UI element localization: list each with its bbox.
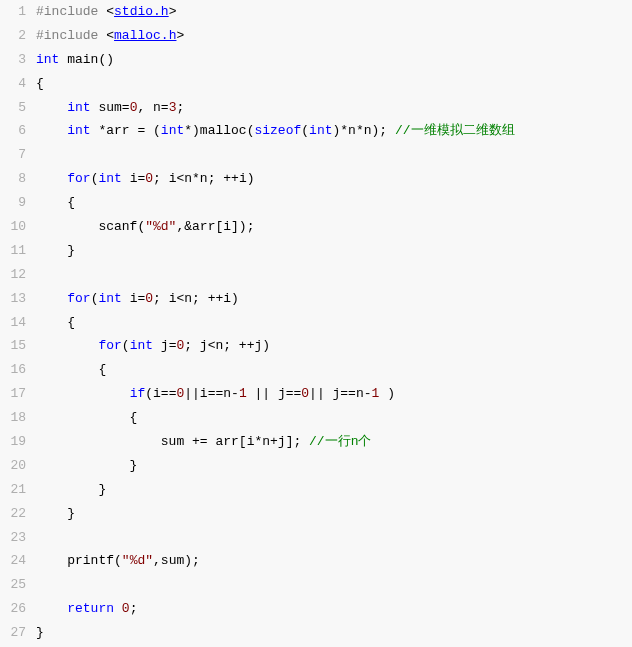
code-token: )*n*n); bbox=[333, 123, 395, 138]
line-number: 19 bbox=[0, 430, 26, 454]
code-line: scanf("%d",&arr[i]); bbox=[36, 215, 632, 239]
line-number: 18 bbox=[0, 406, 26, 430]
line-number: 20 bbox=[0, 454, 26, 478]
code-token: 1 bbox=[239, 386, 247, 401]
code-token: sum= bbox=[91, 100, 130, 115]
code-token: 0 bbox=[145, 291, 153, 306]
code-token bbox=[114, 601, 122, 616]
code-token: int bbox=[67, 123, 90, 138]
code-token: *)malloc( bbox=[184, 123, 254, 138]
code-token: < bbox=[106, 4, 114, 19]
code-token: int bbox=[67, 100, 90, 115]
code-token: //一行n个 bbox=[309, 434, 371, 449]
line-number: 21 bbox=[0, 478, 26, 502]
code-token: //一维模拟二维数组 bbox=[395, 123, 515, 138]
code-token: { bbox=[36, 76, 44, 91]
code-token: ,&arr[i]); bbox=[176, 219, 254, 234]
code-token: for bbox=[67, 171, 90, 186]
line-number: 10 bbox=[0, 215, 26, 239]
code-token: { bbox=[36, 195, 75, 210]
line-number: 2 bbox=[0, 24, 26, 48]
code-token: (i== bbox=[145, 386, 176, 401]
code-token: ; i<n; ++i) bbox=[153, 291, 239, 306]
code-token: *arr = ( bbox=[91, 123, 161, 138]
code-token bbox=[36, 100, 67, 115]
code-line: for(int j=0; j<n; ++j) bbox=[36, 334, 632, 358]
code-line: #include <stdio.h> bbox=[36, 0, 632, 24]
code-token: int bbox=[161, 123, 184, 138]
code-token: if bbox=[130, 386, 146, 401]
code-token: } bbox=[36, 458, 137, 473]
code-token bbox=[36, 123, 67, 138]
code-token: < bbox=[106, 28, 114, 43]
line-number: 23 bbox=[0, 526, 26, 550]
line-number: 4 bbox=[0, 72, 26, 96]
code-line bbox=[36, 263, 632, 287]
code-token: int bbox=[98, 291, 121, 306]
code-token: { bbox=[36, 410, 137, 425]
line-number: 14 bbox=[0, 311, 26, 335]
line-number: 24 bbox=[0, 549, 26, 573]
code-token: int bbox=[309, 123, 332, 138]
code-line bbox=[36, 573, 632, 597]
code-token: , n= bbox=[137, 100, 168, 115]
code-token: > bbox=[176, 28, 184, 43]
line-number: 16 bbox=[0, 358, 26, 382]
code-line: { bbox=[36, 191, 632, 215]
line-number: 27 bbox=[0, 621, 26, 645]
code-line: return 0; bbox=[36, 597, 632, 621]
code-line: int sum=0, n=3; bbox=[36, 96, 632, 120]
line-number: 1 bbox=[0, 0, 26, 24]
code-line: sum += arr[i*n+j]; //一行n个 bbox=[36, 430, 632, 454]
code-token: 0 bbox=[122, 601, 130, 616]
code-line: } bbox=[36, 478, 632, 502]
code-line: for(int i=0; i<n*n; ++i) bbox=[36, 167, 632, 191]
code-token: sizeof bbox=[254, 123, 301, 138]
line-number: 17 bbox=[0, 382, 26, 406]
line-number: 13 bbox=[0, 287, 26, 311]
code-area: #include <stdio.h>#include <malloc.h>int… bbox=[32, 0, 632, 645]
line-number: 9 bbox=[0, 191, 26, 215]
code-token: } bbox=[36, 625, 44, 640]
code-token: ; bbox=[176, 100, 184, 115]
line-number: 15 bbox=[0, 334, 26, 358]
code-token: i= bbox=[122, 171, 145, 186]
code-token: > bbox=[169, 4, 177, 19]
code-token: int bbox=[98, 171, 121, 186]
code-line: { bbox=[36, 72, 632, 96]
code-token: || j==n- bbox=[309, 386, 371, 401]
code-token bbox=[36, 171, 67, 186]
code-token: return bbox=[67, 601, 114, 616]
line-number: 3 bbox=[0, 48, 26, 72]
code-editor: 1234567891011121314151617181920212223242… bbox=[0, 0, 632, 645]
code-line: { bbox=[36, 406, 632, 430]
code-token: for bbox=[98, 338, 121, 353]
code-token: int bbox=[36, 52, 59, 67]
code-token: ; j<n; ++j) bbox=[184, 338, 270, 353]
code-line: } bbox=[36, 454, 632, 478]
code-line: for(int i=0; i<n; ++i) bbox=[36, 287, 632, 311]
code-token: || j== bbox=[247, 386, 302, 401]
code-line: int *arr = (int*)malloc(sizeof(int)*n*n)… bbox=[36, 119, 632, 143]
code-token: ( bbox=[301, 123, 309, 138]
code-token: stdio.h bbox=[114, 4, 169, 19]
code-token bbox=[36, 291, 67, 306]
code-token: main() bbox=[59, 52, 114, 67]
code-token: scanf( bbox=[36, 219, 145, 234]
code-token: i= bbox=[122, 291, 145, 306]
code-line bbox=[36, 143, 632, 167]
code-line bbox=[36, 526, 632, 550]
code-token: ,sum); bbox=[153, 553, 200, 568]
code-token bbox=[36, 386, 130, 401]
code-token: } bbox=[36, 243, 75, 258]
code-token: malloc.h bbox=[114, 28, 176, 43]
code-token: sum += arr[i*n+j]; bbox=[36, 434, 309, 449]
code-line: } bbox=[36, 239, 632, 263]
code-line: { bbox=[36, 311, 632, 335]
code-token: } bbox=[36, 506, 75, 521]
code-token bbox=[36, 338, 98, 353]
line-number: 8 bbox=[0, 167, 26, 191]
code-token: "%d" bbox=[145, 219, 176, 234]
line-number: 12 bbox=[0, 263, 26, 287]
code-line: if(i==0||i==n-1 || j==0|| j==n-1 ) bbox=[36, 382, 632, 406]
